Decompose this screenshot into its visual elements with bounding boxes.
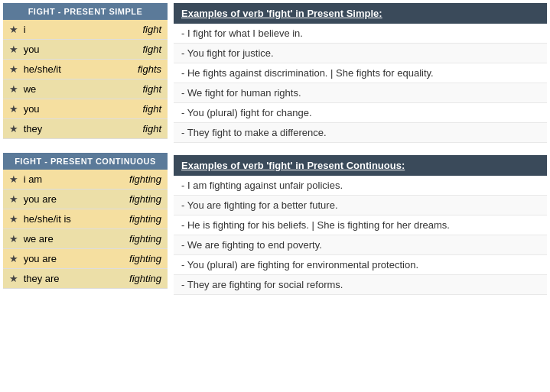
pronoun-cell: ★ i [3, 20, 93, 40]
star-icon: ★ [9, 123, 21, 134]
example-row: - You are fighting for a better future. [174, 196, 547, 215]
examples-header-present-simple-examples: Examples of verb 'fight' in Present Simp… [174, 3, 547, 24]
example-row: - You (plural) fight for change. [174, 103, 547, 123]
pronoun-cell: ★ you [3, 40, 93, 60]
star-icon: ★ [9, 253, 21, 264]
verb-form-cell: fighting [93, 269, 168, 289]
pronoun-cell: ★ they are [3, 269, 93, 289]
pronoun-cell: ★ you are [3, 190, 93, 209]
pronoun-cell: ★ we are [3, 229, 93, 249]
example-row: - He is fighting for his beliefs. | She … [174, 215, 547, 235]
star-icon: ★ [9, 103, 21, 115]
star-icon: ★ [9, 83, 21, 95]
verb-form-cell: fighting [93, 170, 168, 190]
left-panel: FIGHT - PRESENT SIMPLE★ ifight★ youfight… [3, 3, 168, 307]
table-row: ★ you arefighting [3, 190, 168, 209]
star-icon: ★ [9, 213, 21, 225]
examples-section-present-continuous-examples: Examples of verb 'fight' in Present Cont… [174, 155, 547, 295]
examples-section-present-simple-examples: Examples of verb 'fight' in Present Simp… [174, 3, 547, 143]
verb-form-cell: fight [93, 79, 168, 99]
pronoun-cell: ★ we [3, 79, 93, 99]
verb-form-cell: fight [93, 119, 168, 139]
pronoun-cell: ★ i am [3, 170, 93, 190]
pronoun-cell: ★ you [3, 99, 93, 119]
table-header-present-continuous: FIGHT - PRESENT CONTINUOUS [3, 153, 168, 170]
verb-form-cell: fights [93, 60, 168, 79]
table-row: ★ he/she/it isfighting [3, 209, 168, 229]
table-row: ★ ifight [3, 20, 168, 40]
example-row: - You fight for justice. [174, 44, 547, 63]
pronoun-cell: ★ he/she/it is [3, 209, 93, 229]
table-row: ★ he/she/itfights [3, 60, 168, 79]
table-row: ★ they arefighting [3, 269, 168, 289]
star-icon: ★ [9, 233, 21, 245]
verb-form-cell: fight [93, 99, 168, 119]
verb-form-cell: fight [93, 40, 168, 60]
verb-table-present-simple: FIGHT - PRESENT SIMPLE★ ifight★ youfight… [3, 3, 168, 139]
example-row: - I fight for what I believe in. [174, 24, 547, 44]
examples-header-present-continuous-examples: Examples of verb 'fight' in Present Cont… [174, 155, 547, 176]
main-container: FIGHT - PRESENT SIMPLE★ ifight★ youfight… [0, 0, 550, 310]
example-row: - He fights against discrimination. | Sh… [174, 63, 547, 83]
star-icon: ★ [9, 173, 21, 185]
star-icon: ★ [9, 273, 21, 284]
table-row: ★ youfight [3, 40, 168, 60]
example-row: - They fight to make a difference. [174, 123, 547, 143]
star-icon: ★ [9, 63, 21, 75]
verb-form-cell: fighting [93, 229, 168, 249]
example-row: - I am fighting against unfair policies. [174, 176, 547, 196]
star-icon: ★ [9, 193, 21, 205]
pronoun-cell: ★ he/she/it [3, 60, 93, 79]
pronoun-cell: ★ they [3, 119, 93, 139]
right-panel: Examples of verb 'fight' in Present Simp… [168, 3, 547, 307]
table-row: ★ theyfight [3, 119, 168, 139]
table-row: ★ i amfighting [3, 170, 168, 190]
example-row: - You (plural) are fighting for environm… [174, 255, 547, 275]
verb-form-cell: fighting [93, 249, 168, 269]
star-icon: ★ [9, 44, 21, 55]
star-icon: ★ [9, 24, 21, 35]
table-row: ★ you arefighting [3, 249, 168, 269]
table-row: ★ youfight [3, 99, 168, 119]
verb-form-cell: fighting [93, 209, 168, 229]
verb-table-present-continuous: FIGHT - PRESENT CONTINUOUS★ i amfighting… [3, 153, 168, 289]
example-row: - They are fighting for social reforms. [174, 275, 547, 295]
pronoun-cell: ★ you are [3, 249, 93, 269]
table-row: ★ wefight [3, 79, 168, 99]
verb-form-cell: fighting [93, 190, 168, 209]
example-row: - We fight for human rights. [174, 83, 547, 103]
table-row: ★ we arefighting [3, 229, 168, 249]
verb-form-cell: fight [93, 20, 168, 40]
example-row: - We are fighting to end poverty. [174, 235, 547, 255]
table-header-present-simple: FIGHT - PRESENT SIMPLE [3, 3, 168, 20]
